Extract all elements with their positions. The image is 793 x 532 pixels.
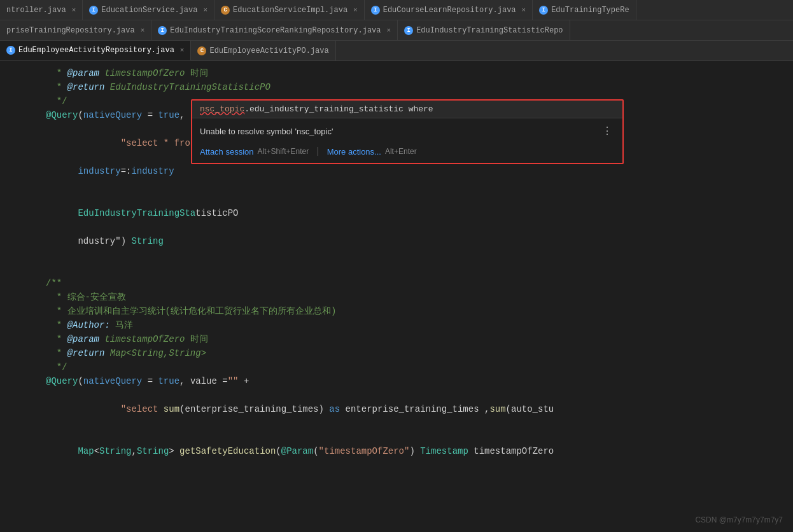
- code-line: EduIndustryTrainingStatisticPO ndustry")…: [0, 192, 793, 262]
- action1-shortcut: Alt+Shift+Enter: [258, 147, 309, 156]
- code-line: /**: [0, 276, 793, 290]
- tab-bar-row1: ntroller.java × I EducationService.java …: [0, 0, 793, 20]
- action2-shortcut: Alt+Enter: [385, 147, 417, 156]
- error-message-text: Unable to resolve symbol 'nsc_topic': [200, 127, 594, 136]
- tab-bar-row3: I EduEmployeeActivityRepository.java × C…: [0, 41, 793, 61]
- error-menu-button[interactable]: ⋮: [600, 123, 615, 139]
- tab-label: EduEmployeeActivityRepository.java: [18, 46, 174, 55]
- tab-close-icon[interactable]: ×: [387, 27, 391, 34]
- code-line: * @Author: 马洋: [0, 318, 793, 332]
- watermark: CSDN @m7y7m7y7m7y7: [695, 515, 783, 524]
- tab-label: EducationService.java: [101, 6, 197, 15]
- error-sql-line: nsc_topic.edu_industry_training_statisti…: [192, 101, 622, 118]
- error-message-row: Unable to resolve symbol 'nsc_topic' ⋮: [192, 118, 622, 144]
- code-line: Map<String,String> getSafetyEducation(@P…: [0, 430, 793, 472]
- tab-label: EduIndustryTrainingScoreRankingRepositor…: [170, 26, 381, 35]
- attach-session-link[interactable]: Attach session: [200, 147, 254, 157]
- code-line: @Query(nativeQuery = true, value ="" +: [0, 374, 793, 388]
- code-editor[interactable]: * @param timestampOfZero 时间 * @return Ed…: [0, 61, 793, 532]
- tab-icon-interface: I: [371, 6, 380, 15]
- tab-activitypo[interactable]: C EduEmployeeActivityPO.java: [191, 41, 335, 60]
- code-line: */: [0, 360, 793, 374]
- error-actions-row: Attach session Alt+Shift+Enter | More ac…: [192, 144, 622, 163]
- tab-label: EduTrainingTypeRe: [551, 6, 629, 15]
- code-line: "select sum(enterprise_training_times) a…: [0, 388, 793, 430]
- tab-icon-interface: I: [158, 26, 167, 35]
- tab-label: EduEmployeeActivityPO.java: [209, 46, 328, 55]
- tab-icon-class: C: [197, 46, 206, 55]
- tab-icon-interface: I: [404, 26, 413, 35]
- tab-activity[interactable]: I EduEmployeeActivityRepository.java ×: [0, 41, 191, 60]
- tab-close-icon[interactable]: ×: [72, 6, 76, 14]
- code-line: * @return EduIndustryTrainingStatisticPO: [0, 80, 793, 94]
- tab-edurepo[interactable]: I EduCourseLearnRepository.java ×: [365, 0, 533, 20]
- tab-label: EduIndustryTrainingStatisticRepo: [416, 26, 563, 35]
- tab-label: EduCourseLearnRepository.java: [383, 6, 516, 15]
- tab-close-icon[interactable]: ×: [203, 6, 207, 14]
- tab-controller[interactable]: ntroller.java ×: [0, 0, 83, 20]
- code-line: * 综合-安全宣教: [0, 290, 793, 304]
- error-border: nsc_topic.edu_industry_training_statisti…: [191, 99, 624, 164]
- code-line: [0, 262, 793, 276]
- error-popup: nsc_topic.edu_industry_training_statisti…: [191, 99, 624, 164]
- more-actions-link[interactable]: More actions...: [327, 147, 381, 157]
- tab-edusvc[interactable]: I EducationService.java ×: [83, 0, 214, 20]
- tab-close-icon[interactable]: ×: [522, 6, 526, 14]
- code-line: * 企业培训和自主学习统计(统计危化和工贸行业名下的所有企业总和): [0, 304, 793, 318]
- tab-edusvimpl[interactable]: C EducationServiceImpl.java ×: [214, 0, 365, 20]
- tab-icon-class: C: [221, 6, 230, 15]
- tab-label: priseTrainingRepository.java: [6, 26, 135, 35]
- tab-bar-row2: priseTrainingRepository.java × I EduIndu…: [0, 20, 793, 41]
- code-line: * @return Map<String,String>: [0, 346, 793, 360]
- tab-close-icon[interactable]: ×: [180, 46, 185, 54]
- sql-table-name: nsc_topic: [200, 104, 244, 114]
- tab-score[interactable]: I EduIndustryTrainingScoreRankingReposit…: [151, 20, 398, 40]
- code-line: * @param timestampOfZero 时间: [0, 332, 793, 346]
- tab-icon-interface: I: [539, 6, 548, 15]
- tab-label: EducationServiceImpl.java: [233, 6, 347, 15]
- tab-close-icon[interactable]: ×: [353, 6, 358, 14]
- tab-icon-interface: I: [6, 46, 15, 55]
- tab-statistic[interactable]: I EduIndustryTrainingStatisticRepo: [398, 20, 570, 40]
- tab-label: ntroller.java: [6, 6, 66, 15]
- tab-close-icon[interactable]: ×: [141, 27, 145, 34]
- tab-edutrtype[interactable]: I EduTrainingTypeRe: [533, 0, 636, 20]
- tab-enterprise[interactable]: priseTrainingRepository.java ×: [0, 20, 151, 40]
- code-line: * @param timestampOfZero 时间: [0, 66, 793, 80]
- tab-icon-interface: I: [89, 6, 98, 15]
